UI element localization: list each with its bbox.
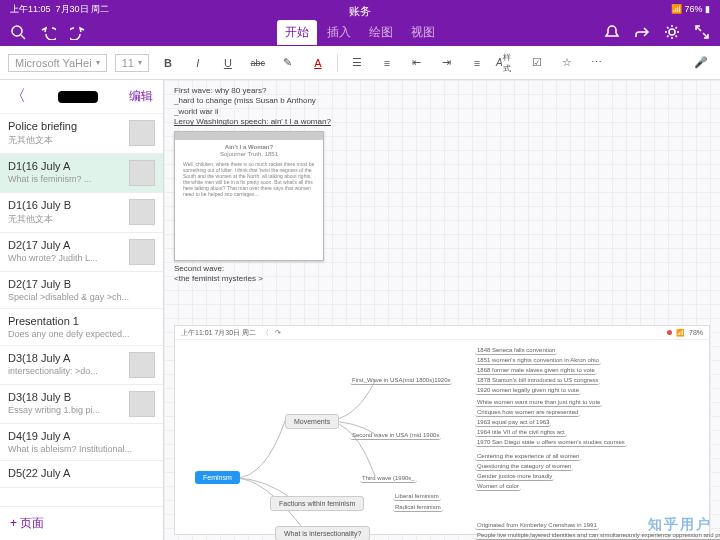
todo-button[interactable]: ☑ (526, 52, 548, 74)
tab-start[interactable]: 开始 (277, 20, 317, 45)
add-page-button[interactable]: + 页面 (0, 506, 163, 540)
tab-bar: 开始 插入 绘图 视图 (277, 20, 443, 45)
mm-sub: First_Wave in USA(mid 1800s)1920s (350, 376, 452, 385)
page-item[interactable]: D3(18 July BEssay writing 1.big pi... (0, 385, 163, 424)
note-canvas[interactable]: First wave: why 80 years? _hard to chang… (164, 80, 720, 540)
mm-branch-factions[interactable]: Factions within feminism (270, 496, 364, 511)
mm-sub: Second wave in USA (mid 1900s (350, 431, 441, 440)
mm-leaf: 1868 former male slaves given rights to … (475, 366, 597, 375)
mm-leaf: Centering the experience of all women (475, 452, 581, 461)
notebook-name-redacted (58, 91, 98, 103)
mm-leaf: 1920 women legally given right to vote (475, 386, 581, 395)
mm-leaf: Women of color (475, 482, 521, 491)
mm-leaf: Originated from Kimberley Crenshaw in 19… (475, 521, 599, 530)
numbering-button[interactable]: ≡ (376, 52, 398, 74)
note-text-2[interactable]: Second wave: <the feminist mysteries > (174, 264, 710, 285)
mm-branch-movements[interactable]: Movements (285, 414, 339, 429)
mm-leaf: 1851 women's rights convention in Akron … (475, 356, 601, 365)
undo-icon[interactable] (40, 24, 56, 40)
font-size-select[interactable]: 11 ▾ (115, 54, 149, 72)
tab-view[interactable]: 视图 (403, 20, 443, 45)
mm-sub: Liberal feminism (393, 492, 441, 501)
edit-button[interactable]: 编辑 (129, 88, 153, 105)
underline-button[interactable]: U (217, 52, 239, 74)
page-item[interactable]: D3(18 July Aintersectionality: >do... (0, 346, 163, 385)
outdent-button[interactable]: ⇤ (406, 52, 428, 74)
mm-leaf: 1848 Seneca falls convention (475, 346, 557, 355)
embedded-mindmap[interactable]: 上午11:01 7月30日 周二 〈 ↷ 📶78% Feminsm Moveme… (174, 325, 710, 535)
search-icon[interactable] (10, 24, 26, 40)
gear-icon[interactable] (664, 24, 680, 40)
status-date: 7月30日 周二 (56, 4, 110, 14)
styles-button[interactable]: A样式 (496, 52, 518, 74)
page-item[interactable]: D2(17 July BSpecial >disabled & gay >ch.… (0, 272, 163, 309)
align-button[interactable]: ≡ (466, 52, 488, 74)
mm-leaf: 1964 title VII of the civil rights act (475, 428, 567, 437)
page-item[interactable]: D1(16 July AWhat is feminism? ... (0, 154, 163, 193)
status-battery: 76% (684, 4, 702, 14)
page-item[interactable]: Presentation 1Does any one defy expected… (0, 309, 163, 346)
more-button[interactable]: ⋯ (586, 52, 608, 74)
page-item[interactable]: D4(19 July AWhat is ableism? Institution… (0, 424, 163, 461)
status-time: 上午11:05 (10, 4, 51, 14)
font-name-select[interactable]: Microsoft YaHei ▾ (8, 54, 107, 72)
page-item[interactable]: D1(16 July B无其他文本 (0, 193, 163, 233)
mm-leaf: White women want more than just right to… (475, 398, 602, 407)
redo-icon[interactable] (70, 24, 86, 40)
sidebar: 〈 编辑 Police briefing无其他文本D1(16 July AWha… (0, 80, 164, 540)
mm-leaf: Critiques how women are represented (475, 408, 580, 417)
mm-sub: Radical feminism (393, 503, 443, 512)
page-item[interactable]: Police briefing无其他文本 (0, 114, 163, 154)
mm-leaf: 1963 equal pay act of 1963 (475, 418, 551, 427)
bullets-button[interactable]: ☰ (346, 52, 368, 74)
mm-leaf: 1970 San Diego state u offers women's st… (475, 438, 627, 447)
svg-point-2 (669, 29, 675, 35)
mm-back-icon: 〈 (262, 328, 269, 338)
highlight-button[interactable]: ✎ (277, 52, 299, 74)
italic-button[interactable]: I (187, 52, 209, 74)
mm-leaf: Gender justice more broadly (475, 472, 554, 481)
mm-time: 上午11:01 7月30日 周二 (181, 328, 256, 338)
mm-leaf: Questioning the category of women (475, 462, 573, 471)
mm-sub: Third wave (1990s_ (360, 474, 417, 483)
ribbon: Microsoft YaHei ▾ 11 ▾ B I U abc ✎ A ☰ ≡… (0, 46, 720, 80)
mm-branch-intersect[interactable]: What is intersectionality? (275, 526, 370, 540)
page-list: Police briefing无其他文本D1(16 July AWhat is … (0, 114, 163, 506)
mic-button[interactable]: 🎤 (690, 52, 712, 74)
indent-button[interactable]: ⇥ (436, 52, 458, 74)
mm-leaf: 1878 Stanton's bill introduced to US con… (475, 376, 600, 385)
svg-line-1 (21, 35, 25, 39)
page-item[interactable]: D2(17 July AWho wrote? Judith L... (0, 233, 163, 272)
font-color-button[interactable]: A (307, 52, 329, 74)
bold-button[interactable]: B (157, 52, 179, 74)
back-button[interactable]: 〈 (10, 86, 26, 107)
page-item[interactable]: D5(22 July A (0, 461, 163, 488)
mm-root[interactable]: Feminsm (195, 471, 240, 484)
tab-insert[interactable]: 插入 (319, 20, 359, 45)
tag-button[interactable]: ☆ (556, 52, 578, 74)
top-toolbar: 账务 开始 插入 绘图 视图 (0, 18, 720, 46)
svg-point-0 (12, 26, 22, 36)
expand-icon[interactable] (694, 24, 710, 40)
mm-forward-icon: ↷ (275, 329, 281, 337)
share-icon[interactable] (634, 24, 650, 40)
embedded-document-image[interactable]: Ain't I a Woman?Sojourner Truth, 1851 We… (174, 131, 324, 261)
note-text[interactable]: First wave: why 80 years? _hard to chang… (174, 86, 710, 128)
tab-draw[interactable]: 绘图 (361, 20, 401, 45)
watermark: 知乎用户 (648, 516, 712, 534)
strike-button[interactable]: abc (247, 52, 269, 74)
window-title: 账务 (349, 4, 371, 19)
bell-icon[interactable] (604, 24, 620, 40)
